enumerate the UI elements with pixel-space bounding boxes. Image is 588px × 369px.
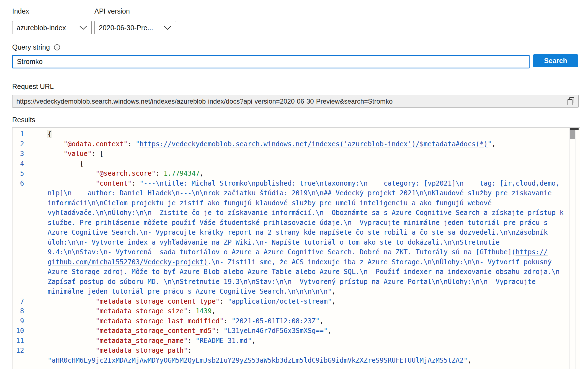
editor-row: 9.4:\n\nStav:\n- Vytvorená sada tutoriál… (12, 247, 569, 257)
editor-row: Azure Storage zdroj. Môže to byť Azure B… (12, 267, 569, 277)
code-line: "metadata_storage_path": (46, 346, 569, 356)
code-line: "aHR0cHM6Ly9jc2IxMDAzMjAwMDYyOGM5M2QyLmJ… (46, 356, 569, 366)
editor-row: 11 "metadata_storage_name": "README 31.m… (12, 336, 569, 346)
line-number: 6 (12, 179, 46, 189)
editor-row: 8 "metadata_storage_size": 1439, (12, 306, 569, 316)
editor-row: minimálne jeden tutoriál pre prácu s Azu… (12, 287, 569, 297)
line-number (12, 247, 46, 257)
code-line: minimálne jeden tutoriál pre prácu s Azu… (46, 287, 569, 297)
editor-row: 7 "metadata_storage_content_type": "appl… (12, 297, 569, 307)
editor-row: Azure Cognitive Search.\n- Vypracujte kr… (12, 228, 569, 238)
chevron-down-icon (79, 26, 87, 30)
code-line: "metadata_storage_size": 1439, (46, 306, 569, 316)
request-url-input[interactable] (12, 98, 567, 105)
code-line: "value": [ (46, 149, 569, 159)
scrollbar-top-cap (570, 128, 579, 130)
editor-row: github.com/michal552703/Vedecky-projekt)… (12, 257, 569, 267)
line-number: 8 (12, 306, 46, 316)
index-label: Index (12, 7, 29, 15)
line-number: 3 (12, 149, 46, 159)
editor-row: Zapísať postup do súboru MD. \n\nStretnu… (12, 277, 569, 287)
line-number (12, 218, 46, 228)
editor-row: 3 "value": [ (12, 149, 569, 159)
editor-row: službe. Pre prihlásenie môžete použiť Vá… (12, 218, 569, 228)
index-select[interactable]: azureblob-index (12, 21, 92, 34)
api-version-label: API version (94, 7, 130, 15)
editor-row: úloh:\n\n- Vytvorte index a vyhľadávanie… (12, 238, 569, 248)
line-number: 12 (12, 346, 46, 356)
code-line: github.com/michal552703/Vedecky-projekt)… (46, 257, 569, 267)
line-number: 11 (12, 336, 46, 346)
code-line: "metadata_storage_name": "README 31.md", (46, 336, 569, 346)
info-icon[interactable] (54, 44, 60, 51)
editor-row: vyhľadávače.\n\nÚlohy:\n\n- Zistite čo j… (12, 208, 569, 218)
request-url-label: Request URL (12, 83, 54, 91)
line-number: 4 (12, 159, 46, 169)
line-number (12, 277, 46, 287)
line-number (12, 228, 46, 238)
line-number: 7 (12, 297, 46, 307)
code-line: "metadata_storage_content_type": "applic… (46, 297, 569, 307)
line-number: 2 (12, 139, 46, 149)
line-number (12, 257, 46, 267)
code-line: "@odata.context": "https://vedeckydemobl… (46, 139, 569, 149)
line-number: 1 (12, 129, 46, 139)
line-number: 9 (12, 316, 46, 326)
editor-row: "aHR0cHM6Ly9jc2IxMDAzMjAwMDYyOGM5M2QyLmJ… (12, 356, 569, 366)
scrollbar-thumb[interactable] (570, 130, 575, 139)
line-number: 10 (12, 326, 46, 336)
code-line: "content": "---\ntitle: Michal Stromko\n… (46, 179, 569, 189)
line-number (12, 188, 46, 198)
code-line: Zapísať postup do súboru MD. \n\nStretnu… (46, 277, 569, 287)
index-select-value: azureblob-index (17, 24, 66, 32)
line-number (12, 208, 46, 218)
code-line: { (46, 129, 569, 139)
editor-row: 5 "@search.score": 1.7794347, (12, 169, 569, 179)
editor-margin-rule (569, 128, 570, 369)
scrollbar-track (576, 128, 576, 369)
query-string-label: Query string (12, 43, 50, 51)
api-version-select-value: 2020-06-30-Pre... (99, 24, 153, 32)
line-number (12, 238, 46, 248)
code-line: úloh:\n\n- Vytvorte index a vyhľadávanie… (46, 238, 569, 248)
results-label: Results (12, 116, 35, 124)
editor-row: 1{ (12, 129, 569, 139)
code-line: vyhľadávače.\n\nÚlohy:\n\n- Zistite čo j… (46, 208, 569, 218)
editor-row: informácií\n\nCieľom projektu je zistiť … (12, 198, 569, 208)
search-button[interactable]: Search (533, 54, 578, 67)
chevron-down-icon (164, 26, 171, 30)
code-line: "@search.score": 1.7794347, (46, 169, 569, 179)
line-number (12, 198, 46, 208)
code-line: "metadata_storage_content_md5": "L31yeLn… (46, 326, 569, 336)
editor-row: 6 "content": "---\ntitle: Michal Stromko… (12, 179, 569, 189)
api-version-select[interactable]: 2020-06-30-Pre... (94, 21, 176, 34)
code-line: Azure Storage zdroj. Môže to byť Azure B… (46, 267, 569, 277)
code-line: "metadata_storage_last_modified": "2021-… (46, 316, 569, 326)
line-number (12, 356, 46, 366)
line-number (12, 287, 46, 297)
results-editor-rows: 1{2 "@odata.context": "https://vedeckyde… (12, 128, 569, 365)
editor-row: 2 "@odata.context": "https://vedeckydemo… (12, 139, 569, 149)
results-editor[interactable]: 1{2 "@odata.context": "https://vedeckyde… (12, 127, 580, 369)
editor-row: 4 { (12, 159, 569, 169)
line-number (12, 267, 46, 277)
query-string-input[interactable] (12, 55, 530, 68)
editor-row: 10 "metadata_storage_content_md5": "L31y… (12, 326, 569, 336)
editor-row: 9 "metadata_storage_last_modified": "202… (12, 316, 569, 326)
code-line: informácií\n\nCieľom projektu je zistiť … (46, 198, 569, 208)
code-line: Azure Cognitive Search.\n- Vypracujte kr… (46, 228, 569, 238)
code-line: službe. Pre prihlásenie môžete použiť Vá… (46, 218, 569, 228)
code-line: { (46, 159, 569, 169)
request-url-box (12, 95, 579, 108)
line-number: 5 (12, 169, 46, 179)
editor-row: 12 "metadata_storage_path": (12, 346, 569, 356)
code-line: 9.4:\n\nStav:\n- Vytvorená sada tutoriál… (46, 247, 569, 257)
code-line: nlp]\n author: Daniel Hladek\n---\n\nrok… (46, 188, 569, 198)
copy-icon[interactable] (567, 97, 574, 106)
editor-row: nlp]\n author: Daniel Hladek\n---\n\nrok… (12, 188, 569, 198)
